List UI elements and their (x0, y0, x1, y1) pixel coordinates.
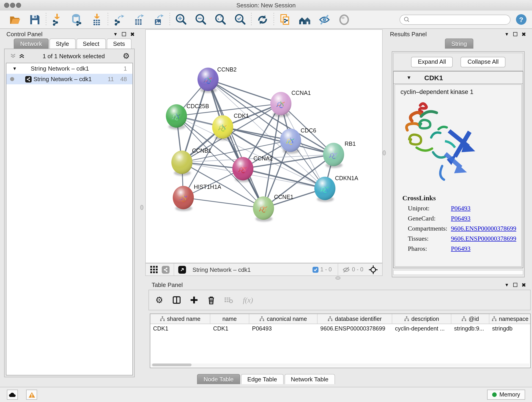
function-builder-icon[interactable]: f(x) (243, 296, 253, 304)
panel-menu-icon[interactable]: ▼ (113, 32, 118, 37)
grid-view-icon[interactable] (150, 266, 158, 273)
table-cell[interactable]: cyclin-dependent ... (392, 324, 451, 334)
import-network-from-database-icon[interactable] (70, 13, 84, 26)
tab-network-table[interactable]: Network Table (284, 374, 335, 384)
crosslink-link[interactable]: P06493 (451, 205, 471, 212)
horizontal-splitter-handle[interactable] (336, 276, 341, 280)
right-splitter-handle[interactable] (383, 150, 386, 155)
warnings-button[interactable] (26, 390, 37, 400)
crosslink-link[interactable]: P06493 (451, 245, 471, 253)
zoom-in-icon[interactable] (174, 13, 188, 26)
collapse-all-icon[interactable] (10, 53, 16, 59)
hidden-indicator-icon[interactable] (342, 267, 350, 273)
panel-close-icon[interactable]: ✖ (130, 31, 135, 37)
expand-all-button[interactable]: Expand All (411, 57, 453, 67)
show-columns-icon[interactable] (173, 296, 181, 304)
delete-table-icon[interactable] (225, 297, 233, 303)
export-network-icon[interactable] (112, 13, 126, 26)
show-all-icon[interactable] (337, 13, 351, 26)
panel-close-icon[interactable]: ✖ (521, 31, 526, 37)
collapse-all-button[interactable]: Collapse All (461, 57, 506, 67)
zoom-fit-content-icon[interactable] (214, 13, 227, 26)
duplicate-network-icon[interactable] (278, 13, 292, 26)
tab-style[interactable]: Style (49, 38, 75, 49)
network-row[interactable]: String Network – cdk1 11 48 (6, 74, 133, 84)
network-canvas[interactable]: CCNB2CCNA1CDC25BCDK1CDC6RB1CCNB1CCNA2CDK… (145, 29, 383, 263)
column-header-description[interactable]: description (392, 314, 451, 324)
crosslink-link[interactable]: 9606.ENSP00000378699 (451, 235, 516, 242)
export-image-icon[interactable] (152, 13, 165, 26)
panel-menu-icon[interactable]: ▼ (505, 32, 509, 37)
network-node-CCNB2[interactable]: CCNB2 (197, 66, 237, 93)
cloud-button[interactable] (7, 390, 18, 400)
network-options-gear-icon[interactable]: ⚙ (123, 52, 130, 60)
help-icon[interactable]: ? (516, 14, 526, 25)
tab-sets[interactable]: Sets (107, 38, 131, 49)
crosslink-link[interactable]: 9606.ENSP00000378699 (451, 225, 516, 232)
network-node-CCNA2[interactable]: CCNA2 (232, 155, 273, 182)
crosslink-link[interactable]: P06493 (451, 215, 471, 222)
table-horizontal-scrollbar[interactable] (151, 364, 529, 367)
save-session-icon[interactable] (28, 13, 42, 26)
main-toolbar: ? (0, 11, 532, 29)
table-cell[interactable]: CDK1 (210, 324, 249, 334)
network-node-HIST1H1A[interactable]: HIST1H1A (173, 184, 221, 211)
node-details-header[interactable]: ▼ CDK1 (394, 71, 523, 84)
node-count: 11 (108, 76, 114, 83)
network-view-icon[interactable] (162, 266, 170, 274)
tree-expander-icon[interactable]: ▼ (12, 66, 17, 71)
hide-selected-icon[interactable] (317, 13, 331, 26)
column-header-namespace[interactable]: namespace (489, 314, 531, 324)
panel-close-icon[interactable]: ✖ (521, 282, 526, 288)
table-options-gear-icon[interactable]: ⚙ (155, 296, 163, 304)
collapse-entry-icon[interactable]: ▼ (406, 75, 412, 80)
left-splitter-handle[interactable] (140, 205, 143, 210)
network-node-CCNE1[interactable]: CCNE1 (253, 194, 293, 222)
expand-all-icon[interactable] (19, 53, 25, 59)
panel-float-icon[interactable] (513, 283, 517, 287)
table-cell[interactable]: P06493 (249, 324, 317, 334)
table-cell[interactable]: 9606.ENSP00000378699 (317, 324, 392, 334)
zoom-selected-icon[interactable] (233, 13, 247, 26)
first-neighbors-icon[interactable] (298, 13, 312, 26)
tab-network[interactable]: Network (14, 38, 48, 49)
search-input[interactable] (412, 16, 506, 23)
create-column-icon[interactable] (190, 296, 198, 304)
panel-float-icon[interactable] (513, 32, 517, 36)
zoom-out-icon[interactable] (194, 13, 208, 26)
network-node-CDC25B[interactable]: CDC25B (166, 103, 209, 129)
tab-node-table[interactable]: Node Table (197, 374, 240, 384)
column-header-canonical-name[interactable]: canonical name (249, 314, 317, 324)
tab-string[interactable]: String (445, 38, 473, 49)
selected-indicator-icon[interactable] (312, 267, 318, 273)
tab-select[interactable]: Select (76, 38, 106, 49)
scrollbar-thumb[interactable] (152, 364, 191, 366)
network-edge[interactable] (208, 79, 281, 104)
table-row[interactable]: CDK1CDK1P064939606.ENSP00000378699cyclin… (150, 324, 530, 334)
import-network-from-file-icon[interactable] (51, 13, 64, 26)
network-edge[interactable] (183, 198, 264, 208)
delete-column-icon[interactable] (208, 296, 215, 304)
network-node-RB1[interactable]: RB1 (323, 140, 356, 168)
import-table-from-file-icon[interactable] (90, 13, 104, 26)
panel-menu-icon[interactable]: ▼ (505, 282, 509, 287)
detach-view-icon[interactable] (178, 266, 186, 274)
network-node-CCNB1[interactable]: CCNB1 (171, 147, 211, 176)
network-node-CDKN1A[interactable]: CDKN1A (314, 175, 358, 202)
open-session-icon[interactable] (8, 13, 22, 26)
column-header-database-identifier[interactable]: database identifier (317, 314, 392, 324)
network-collection-row[interactable]: ▼ String Network – cdk1 1 (6, 63, 133, 74)
tab-edge-table[interactable]: Edge Table (241, 374, 284, 384)
table-cell[interactable]: CDK1 (150, 324, 210, 334)
panel-float-icon[interactable] (122, 32, 126, 36)
apply-preferred-layout-icon[interactable] (256, 13, 269, 26)
export-table-icon[interactable] (132, 13, 146, 26)
birds-eye-view-icon[interactable] (369, 265, 378, 274)
results-scroll-strip[interactable] (393, 270, 523, 275)
table-cell[interactable]: stringdb (489, 324, 531, 334)
column-header-shared-name[interactable]: shared name (150, 314, 210, 324)
table-cell[interactable]: stringdb:9... (451, 324, 489, 334)
column-header-name[interactable]: name (210, 314, 249, 324)
column-header--id[interactable]: @id (451, 314, 489, 324)
memory-button[interactable]: Memory (487, 390, 525, 400)
